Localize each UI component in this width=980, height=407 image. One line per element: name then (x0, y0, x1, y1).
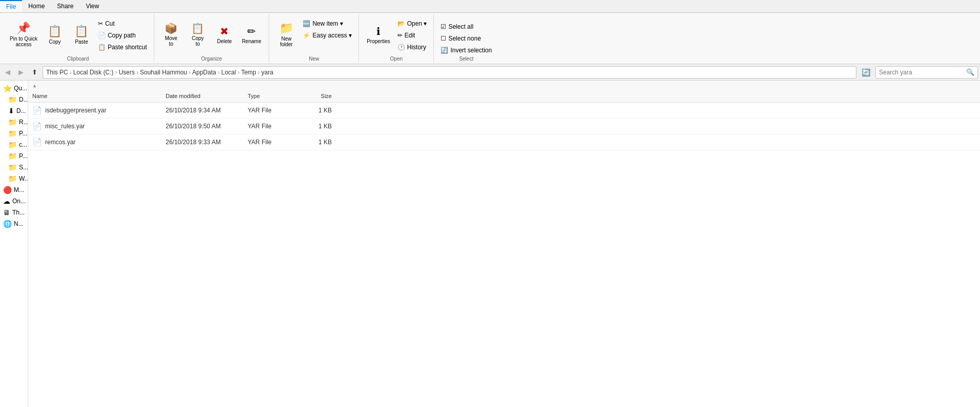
column-size[interactable]: Size (295, 92, 336, 100)
paste-shortcut-button[interactable]: 📋 Paste shortcut (95, 42, 150, 53)
search-icon: 🔍 (966, 68, 974, 76)
move-to-button[interactable]: 📦 Move to (158, 16, 184, 53)
clipboard-group-label: Clipboard (67, 56, 89, 63)
tab-view[interactable]: View (79, 0, 105, 12)
column-type[interactable]: Type (244, 92, 295, 100)
easy-access-button[interactable]: ⚡ Easy access ▾ (300, 30, 354, 41)
tab-file[interactable]: File (0, 0, 22, 12)
properties-icon: ℹ (376, 25, 381, 37)
search-input[interactable] (879, 69, 966, 76)
pin-to-quick-access-button[interactable]: 📌 Pin to Quick access (6, 16, 41, 53)
sidebar-item-onedrive[interactable]: ☁ On... (0, 196, 28, 207)
folder-icon: 📁 (8, 95, 17, 104)
copy-to-button[interactable]: 📋 Copy to (185, 16, 211, 53)
copy-to-icon: 📋 (191, 22, 204, 34)
folder-icon2: 📁 (8, 118, 17, 126)
delete-icon: ✖ (220, 25, 229, 37)
column-date[interactable]: Date modified (162, 92, 244, 100)
file-icon: 📄 (32, 122, 42, 131)
file-name: misc_rules.yar (45, 123, 85, 130)
breadcrumb-temp: Temp (241, 69, 256, 76)
new-folder-button[interactable]: 📁 New folder (273, 16, 299, 53)
cloud-icon: ☁ (3, 197, 10, 205)
sidebar-item-label: W... (19, 175, 28, 182)
select-none-button[interactable]: ☐ Select none (438, 33, 494, 44)
copy-button[interactable]: 📋 Copy (42, 16, 68, 53)
rename-button[interactable]: ✏ Rename (238, 16, 265, 53)
sidebar-item-label: M... (14, 186, 24, 193)
file-list: ▲ Name Date modified Type Size 📄 isdebug… (28, 81, 980, 407)
file-type: YAR File (244, 106, 295, 115)
select-group-label: Select (459, 56, 473, 63)
cut-button[interactable]: ✂ Cut (95, 18, 150, 29)
tab-home[interactable]: Home (22, 0, 51, 12)
sidebar-item-p[interactable]: 📁 P... (0, 128, 28, 139)
edit-button[interactable]: ✏ Edit (395, 30, 430, 41)
paste-button[interactable]: 📋 Paste (69, 16, 94, 53)
sidebar-item-label: Th... (12, 209, 25, 216)
file-date: 26/10/2018 9:34 AM (162, 106, 244, 115)
sidebar-item-m[interactable]: 🔴 M... (0, 184, 28, 196)
sidebar-item-w[interactable]: 📁 W... (0, 173, 28, 184)
properties-button[interactable]: ℹ Properties (363, 16, 394, 53)
folder-icon6: 📁 (8, 163, 17, 171)
sidebar-item-r[interactable]: 📁 R... (0, 117, 28, 128)
copy-path-button[interactable]: 📄 Copy path (95, 30, 150, 41)
open-button[interactable]: 📂 Open ▾ (395, 18, 430, 29)
sidebar-item-network[interactable]: 🌐 N... (0, 218, 28, 229)
breadcrumb-local-disk: Local Disk (C:) (73, 69, 114, 76)
delete-button[interactable]: ✖ Delete (212, 16, 237, 53)
sidebar-item-c[interactable]: 📁 c... (0, 139, 28, 150)
pin-icon: 📌 (16, 22, 30, 35)
new-item-button[interactable]: 🆕 New item ▾ (300, 18, 354, 29)
new-group-label: New (309, 56, 319, 63)
sidebar-item-s[interactable]: 📁 S... (0, 162, 28, 173)
file-name: remcos.yar (45, 139, 75, 146)
refresh-button[interactable]: 🔄 (858, 66, 873, 79)
table-row[interactable]: 📄 remcos.yar 26/10/2018 9:33 AM YAR File… (28, 134, 980, 150)
table-row[interactable]: 📄 isdebuggerpresent.yar 26/10/2018 9:34 … (28, 103, 980, 119)
file-type: YAR File (244, 122, 295, 131)
column-name[interactable]: Name (28, 92, 162, 100)
sidebar-item-desktop[interactable]: 📁 D... (0, 94, 28, 105)
paste-shortcut-icon: 📋 (98, 44, 106, 51)
select-all-button[interactable]: ☑ Select all (438, 21, 494, 32)
sidebar-item-this-pc[interactable]: 🖥 Th... (0, 207, 28, 218)
back-button[interactable]: ◀ (2, 66, 13, 78)
address-bar[interactable]: This PC › Local Disk (C:) › Users › Souh… (43, 66, 856, 79)
copy-path-icon: 📄 (98, 32, 106, 39)
network-icon: 🌐 (3, 220, 12, 228)
new-folder-icon: 📁 (279, 22, 293, 35)
move-to-icon: 📦 (165, 22, 177, 34)
edit-icon: ✏ (397, 32, 403, 39)
folder-icon4: 📁 (8, 141, 17, 149)
open-group: ℹ Properties 📂 Open ▾ ✏ Edit 🕐 History (359, 14, 434, 63)
sidebar-item-downloads[interactable]: ⬇ D... (0, 105, 28, 117)
sidebar-item-p2[interactable]: 📁 P... (0, 150, 28, 162)
organize-group: 📦 Move to 📋 Copy to ✖ Delete ✏ Rename Or… (154, 14, 270, 63)
sidebar-item-label: R... (19, 119, 28, 126)
table-row[interactable]: 📄 misc_rules.yar 26/10/2018 9:50 AM YAR … (28, 119, 980, 134)
sidebar-item-label: D... (19, 96, 28, 103)
select-all-icon: ☑ (441, 23, 446, 30)
navigation-bar: ◀ ▶ ⬆ This PC › Local Disk (C:) › Users … (0, 64, 980, 81)
history-icon: 🕐 (397, 44, 405, 51)
forward-button[interactable]: ▶ (15, 66, 27, 78)
up-button[interactable]: ⬆ (29, 66, 41, 78)
rename-icon: ✏ (247, 25, 256, 37)
history-button[interactable]: 🕐 History (395, 42, 430, 53)
star-icon: ⭐ (3, 84, 12, 92)
folder-icon5: 📁 (8, 152, 17, 160)
file-icon: 📄 (32, 138, 42, 147)
sidebar-item-quick-access[interactable]: ⭐ Qu... (0, 83, 28, 94)
file-size: 1 KB (295, 138, 336, 147)
tab-share[interactable]: Share (51, 0, 79, 12)
new-group: 📁 New folder 🆕 New item ▾ ⚡ Easy access … (269, 14, 359, 63)
sidebar-item-label: c... (19, 141, 27, 148)
folder-icon3: 📁 (8, 129, 17, 138)
sidebar: ⭐ Qu... 📁 D... ⬇ D... 📁 R... 📁 P... 📁 c.… (0, 81, 28, 407)
invert-selection-button[interactable]: 🔄 Invert selection (438, 45, 494, 56)
sidebar-item-label: D... (16, 107, 26, 114)
search-bar[interactable]: 🔍 (875, 66, 978, 79)
sidebar-item-label: P... (19, 130, 27, 137)
